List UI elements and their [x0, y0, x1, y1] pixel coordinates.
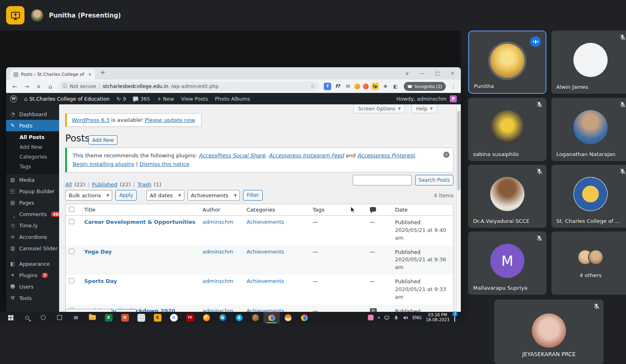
plugin-link[interactable]: AccessPress Social Share — [199, 152, 265, 159]
orange-app-icon[interactable] — [280, 312, 296, 323]
scrollbar-thumb[interactable] — [457, 111, 460, 190]
participant-tile-mallavarapu[interactable]: M Mallavarapu Supriya — [468, 232, 546, 295]
info-icon[interactable]: ⓘ — [62, 83, 67, 90]
participant-tile-others[interactable]: 4 others — [551, 232, 626, 295]
search-posts-button[interactable]: Search Posts — [415, 175, 453, 185]
google-app-icon[interactable]: G — [166, 312, 182, 323]
participant-tile-jeyasekaran[interactable]: JEYASEKARAN PRCE — [494, 300, 604, 364]
microphone-tray-icon[interactable] — [394, 315, 399, 320]
author-link[interactable]: adminschm — [203, 219, 234, 225]
mail-app-icon[interactable]: ✉ — [68, 312, 84, 323]
browser-tab[interactable]: Posts ‹ St.Charles College of Edu × — [10, 69, 95, 79]
select-all-checkbox[interactable] — [69, 207, 74, 212]
comments-column-icon[interactable] — [370, 207, 376, 212]
view-trash-link[interactable]: Trash — [137, 181, 151, 188]
translate-extension-icon[interactable]: T — [324, 83, 331, 90]
participant-tile-sabina[interactable]: sabina susaiphilo — [468, 98, 546, 161]
skype-app-icon[interactable]: S — [231, 312, 247, 323]
volume-tray-icon[interactable] — [403, 315, 408, 320]
category-link[interactable]: Achievements — [247, 249, 284, 255]
bulk-actions-select[interactable]: Bulk actions▼ — [65, 309, 112, 312]
add-new-button[interactable]: Add New — [88, 135, 117, 145]
column-date[interactable]: Date — [392, 204, 453, 216]
side-panel-icon[interactable]: ◧ — [392, 83, 399, 90]
author-link[interactable]: adminschm — [203, 278, 234, 284]
fp-extension-icon[interactable]: fp — [372, 83, 379, 90]
category-link[interactable]: Achievements — [247, 308, 284, 312]
maximize-button[interactable]: □ — [430, 71, 445, 76]
submenu-all-posts[interactable]: All Posts — [6, 132, 59, 142]
address-bar[interactable]: ⓘ Not secure | stcharlesbedcollege.edu.i… — [58, 82, 319, 91]
forward-icon[interactable]: → — [21, 83, 32, 90]
apply-button[interactable]: Apply — [115, 309, 137, 312]
plugin-link[interactable]: Accesspress Pinterest — [357, 152, 415, 159]
dates-filter-select[interactable]: All dates▼ — [146, 190, 184, 201]
edge-app-icon[interactable]: e — [215, 312, 231, 323]
dismiss-icon[interactable]: ✕ — [443, 152, 449, 158]
sidebar-item-pages[interactable]: ▤ Pages — [6, 197, 59, 208]
select-checkbox[interactable] — [69, 278, 74, 283]
apply-button[interactable]: Apply — [115, 190, 137, 201]
sidebar-item-media[interactable]: ▧ Media — [6, 174, 59, 185]
tray-app-icon[interactable] — [368, 315, 374, 320]
presentation-icon[interactable] — [6, 6, 24, 24]
back-icon[interactable]: ← — [9, 83, 20, 90]
photo-albums-link[interactable]: Photo Albums — [215, 96, 250, 102]
orange-extension-icon[interactable] — [354, 84, 360, 89]
office-app-icon[interactable]: O — [117, 312, 133, 323]
hidden-icons-chevron[interactable]: ∧ — [378, 315, 380, 320]
begin-installing-link[interactable]: Begin installing plugins — [73, 161, 134, 167]
sidebar-item-dashboard[interactable]: ◔ Dashboard — [6, 108, 59, 120]
chrome-app-icon[interactable] — [296, 312, 312, 323]
view-all-link[interactable]: All — [65, 181, 72, 188]
math-extension-icon[interactable]: f? — [334, 83, 341, 90]
excel-app-icon[interactable]: X — [100, 312, 117, 323]
tab-close-icon[interactable]: × — [88, 72, 92, 77]
post-title-link[interactable]: Career Development & Opportunities — [84, 219, 196, 225]
pending-comments-badge[interactable]: 0 — [370, 308, 377, 312]
start-button[interactable] — [2, 312, 19, 323]
bookmark-star-icon[interactable]: ☆ — [310, 83, 315, 89]
mail-extension-icon[interactable]: ✉ — [344, 83, 352, 90]
tab-search-icon[interactable]: ∨ — [400, 71, 415, 76]
new-tab-button[interactable]: + — [100, 68, 105, 76]
select-checkbox[interactable] — [69, 219, 74, 224]
s-app-icon[interactable]: S — [149, 312, 166, 323]
file-explorer-icon[interactable] — [84, 312, 100, 323]
submenu-add-new[interactable]: Add New — [6, 142, 59, 152]
taskbar-clock[interactable]: 03:18 PM 18-08-2023 — [426, 313, 449, 323]
participant-tile-st-charles[interactable]: St. Charles College of ... — [551, 165, 626, 228]
home-icon[interactable]: ⌂ — [45, 83, 56, 90]
category-link[interactable]: Achievements — [247, 278, 284, 284]
account-menu[interactable]: Howdy, adminschm P — [396, 95, 457, 102]
wordpress-logo-icon[interactable]: W — [10, 95, 17, 102]
red-extension-icon[interactable] — [363, 84, 369, 89]
notification-center-icon[interactable]: 3 — [454, 314, 455, 322]
updates-link[interactable]: ↻ 9 — [117, 96, 126, 102]
category-filter-select[interactable]: Achievements▼ — [188, 190, 240, 201]
search-input[interactable] — [353, 175, 412, 185]
page-scrollbar[interactable] — [456, 104, 461, 312]
column-title[interactable]: Title — [81, 204, 199, 216]
filter-button[interactable]: Filter — [243, 190, 263, 201]
bulk-actions-select[interactable]: Bulk actions▼ — [65, 190, 112, 201]
submenu-categories[interactable]: Categories — [6, 152, 59, 162]
submenu-tags[interactable]: Tags — [6, 162, 59, 172]
sidebar-item-carousel-slider[interactable]: ▥ Carousel Slider — [6, 243, 59, 254]
paw-app-icon[interactable] — [247, 312, 263, 323]
dismiss-notice-link[interactable]: Dismiss this notice — [139, 161, 189, 167]
view-published-link[interactable]: Published — [92, 181, 117, 188]
participant-tile-loganathan[interactable]: Loganathan Natarajan — [551, 98, 626, 161]
browser-menu-icon[interactable]: ⋮ — [451, 83, 456, 90]
task-view-icon[interactable] — [51, 312, 68, 323]
help-button[interactable]: Help▼ — [411, 104, 437, 113]
participant-tile-punitha[interactable]: Punitha — [468, 31, 546, 94]
screen-options-button[interactable]: Screen Options▼ — [354, 104, 405, 113]
search-icon[interactable] — [19, 312, 35, 323]
chrome-app-icon-active[interactable] — [263, 312, 280, 323]
display-tray-icon[interactable] — [384, 315, 389, 320]
category-link[interactable]: Achievements — [247, 219, 284, 225]
comments-link[interactable]: 365 — [133, 96, 150, 102]
new-content-link[interactable]: + New — [157, 96, 174, 102]
close-button[interactable]: × — [445, 71, 460, 76]
